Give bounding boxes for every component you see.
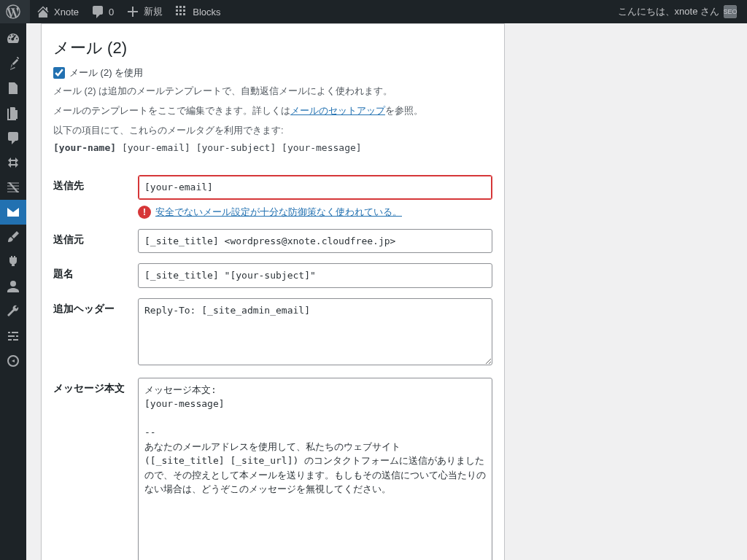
comments-icon — [6, 131, 20, 145]
mailtags-desc: 以下の項目にて、これらのメールタグを利用できます: — [53, 123, 492, 139]
wrench-icon — [6, 304, 20, 319]
row-body: メッセージ本文 — [53, 368, 492, 560]
row-subject: 題名 — [53, 253, 492, 288]
plug-icon — [6, 254, 20, 269]
use-mail2-checkbox[interactable] — [53, 67, 65, 79]
menu-appearance[interactable] — [0, 225, 26, 249]
mail-icon — [6, 205, 20, 219]
input-to[interactable] — [138, 175, 492, 200]
sliders-icon — [6, 329, 20, 343]
admin-sidebar — [0, 23, 26, 560]
menu-media[interactable] — [0, 76, 26, 101]
menu-contact[interactable] — [0, 200, 26, 225]
menu-dashboard[interactable] — [0, 26, 26, 51]
dashboard-icon — [6, 31, 20, 46]
wp-logo-menu[interactable] — [0, 0, 30, 23]
error-icon: ! — [138, 206, 151, 219]
menu-posts[interactable] — [0, 51, 26, 76]
menu-seo[interactable] — [0, 349, 26, 373]
section-title: メール (2) — [53, 37, 492, 59]
comment-icon — [90, 4, 105, 19]
greeting-text: こんにちは、xnote さん — [618, 5, 719, 18]
mail2-panel: メール (2) メール (2) を使用 メール (2) は追加のメールテンプレー… — [41, 23, 505, 560]
to-config-error: ! 安全でないメール設定が十分な防御策なく使われている。 — [138, 206, 492, 219]
label-to: 送信先 — [53, 175, 138, 192]
mail-setup-link[interactable]: メールのセットアップ — [290, 105, 385, 116]
wordpress-logo-icon — [6, 4, 20, 19]
site-name-text: Xnote — [54, 7, 79, 18]
admin-toolbar: Xnote 0 新規 Blocks こんにちは、xnote さん SEO — [0, 0, 747, 23]
template-desc: メールのテンプレートをここで編集できます。詳しくはメールのセットアップを参照。 — [53, 104, 492, 119]
account-link[interactable]: こんにちは、xnote さん SEO — [612, 0, 743, 23]
media-icon — [6, 81, 20, 96]
block-stripes-icon — [6, 180, 20, 195]
label-subject: 題名 — [53, 263, 138, 281]
avatar: SEO — [724, 5, 737, 18]
blocks-icon — [174, 4, 189, 19]
comments-count: 0 — [109, 7, 114, 18]
arrows-icon — [6, 155, 20, 170]
user-icon — [6, 279, 20, 294]
new-content-label: 新規 — [144, 5, 163, 18]
mailtag-your-name[interactable]: [your-name] — [53, 142, 116, 153]
menu-pages[interactable] — [0, 101, 26, 125]
site-name-link[interactable]: Xnote — [30, 0, 85, 23]
home-icon — [36, 4, 50, 19]
label-body: メッセージ本文 — [53, 378, 138, 395]
use-mail2-text: メール (2) を使用 — [69, 66, 143, 79]
comments-link[interactable]: 0 — [85, 0, 120, 23]
to-error-link[interactable]: 安全でないメール設定が十分な防御策なく使われている。 — [155, 206, 402, 219]
circle-icon — [6, 354, 20, 368]
row-from: 送信元 — [53, 219, 492, 254]
mailtags-list: [your-name] [your-email] [your-subject] … — [53, 142, 492, 153]
textarea-headers[interactable] — [138, 298, 492, 365]
blocks-link[interactable]: Blocks — [169, 0, 226, 23]
input-from[interactable] — [138, 229, 492, 254]
blocks-label: Blocks — [193, 7, 220, 18]
textarea-body[interactable] — [138, 378, 492, 560]
label-from: 送信元 — [53, 229, 138, 246]
pages-icon — [6, 106, 20, 120]
menu-genesis[interactable] — [0, 150, 26, 175]
menu-comments[interactable] — [0, 125, 26, 150]
menu-users[interactable] — [0, 274, 26, 299]
brush-icon — [6, 230, 20, 244]
main-content: メール (2) メール (2) を使用 メール (2) は追加のメールテンプレー… — [26, 0, 747, 560]
menu-plugins[interactable] — [0, 249, 26, 274]
mailtags-rest[interactable]: [your-email] [your-subject] [your-messag… — [122, 142, 362, 153]
input-subject[interactable] — [138, 263, 492, 288]
use-mail2-label[interactable]: メール (2) を使用 — [53, 66, 492, 79]
new-content-link[interactable]: 新規 — [120, 0, 169, 23]
mail2-desc: メール (2) は追加のメールテンプレートで、自動返信メールによく使われます。 — [53, 84, 492, 99]
menu-blocks[interactable] — [0, 175, 26, 200]
pin-icon — [6, 56, 20, 71]
menu-tools[interactable] — [0, 299, 26, 324]
row-to: 送信先 ! 安全でないメール設定が十分な防御策なく使われている。 — [53, 165, 492, 219]
row-headers: 追加ヘッダー — [53, 288, 492, 368]
plus-icon — [125, 4, 140, 19]
menu-settings[interactable] — [0, 324, 26, 349]
label-headers: 追加ヘッダー — [53, 298, 138, 316]
